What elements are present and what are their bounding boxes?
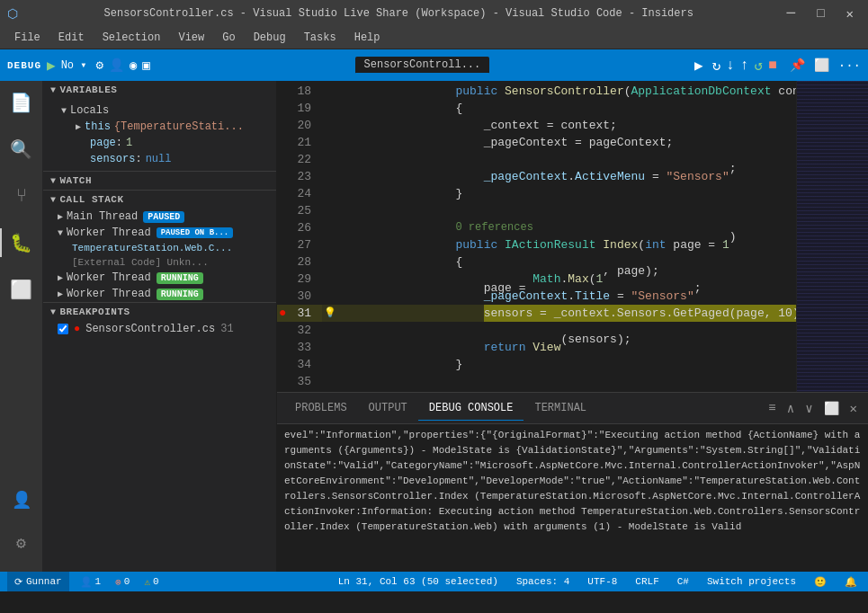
main-thread-arrow: ▶ bbox=[58, 211, 63, 222]
split-editor-icon[interactable]: ⬜ bbox=[814, 58, 829, 73]
debug-stepinto-btn[interactable]: ↓ bbox=[726, 58, 735, 74]
menu-go[interactable]: Go bbox=[215, 30, 242, 46]
worker-thread-3-arrow: ▶ bbox=[58, 289, 63, 299]
tab-debug-console[interactable]: DEBUG CONSOLE bbox=[418, 396, 524, 421]
more-actions-icon[interactable]: ··· bbox=[838, 58, 861, 73]
watch-arrow: ▼ bbox=[50, 176, 57, 186]
worker-thread-1-item[interactable]: ▼ Worker Thread PAUSED ON B... bbox=[43, 225, 276, 241]
menu-file[interactable]: File bbox=[7, 30, 48, 46]
menu-view[interactable]: View bbox=[171, 30, 211, 46]
statusbar-encoding[interactable]: UTF-8 bbox=[584, 576, 621, 587]
page-item[interactable]: page : 1 bbox=[43, 135, 276, 151]
menu-help[interactable]: Help bbox=[347, 30, 388, 46]
line-numbers: 18 19 20 21 22 23 24 25 26 27 28 29 30 ●… bbox=[277, 81, 322, 392]
sensors-value: null bbox=[146, 153, 172, 165]
restore-button[interactable]: □ bbox=[810, 6, 831, 21]
breakpoints-panel: ▼ BREAKPOINTS ● SensorsController.cs 31 bbox=[43, 302, 276, 337]
debug-stepout-btn[interactable]: ↑ bbox=[740, 58, 749, 74]
debug-stop-btn[interactable]: ■ bbox=[768, 58, 777, 74]
scroll-top-icon[interactable]: ∧ bbox=[783, 399, 798, 418]
locals-label: Locals bbox=[70, 104, 109, 117]
breakpoint-file: ● bbox=[74, 323, 80, 335]
worker-thread-2-item[interactable]: ▶ Worker Thread RUNNING bbox=[43, 270, 276, 286]
this-item[interactable]: ▶ this {TemperatureStati... bbox=[43, 119, 276, 135]
activity-search[interactable]: 🔍 bbox=[0, 128, 43, 171]
statusbar-errors[interactable]: ⊗ 0 bbox=[112, 576, 133, 588]
ln-22: 22 bbox=[277, 151, 322, 168]
tab-problems[interactable]: PROBLEMS bbox=[284, 396, 358, 421]
activity-settings[interactable]: ⚙ bbox=[0, 521, 43, 564]
worker-thread-2-arrow: ▶ bbox=[58, 272, 63, 283]
ln-24: 24 bbox=[277, 185, 322, 202]
callstack-header[interactable]: ▼ CALL STACK bbox=[43, 191, 276, 209]
worker-thread-3-item[interactable]: ▶ Worker Thread RUNNING bbox=[43, 286, 276, 302]
breakpoint-item[interactable]: ● SensorsController.cs 31 bbox=[43, 321, 276, 337]
variables-arrow: ▼ bbox=[50, 85, 57, 95]
debug-layout-icon[interactable]: ▣ bbox=[142, 58, 149, 73]
sensors-item[interactable]: sensors : null bbox=[43, 151, 276, 167]
titlebar: ⬡ SensorsController.cs - Visual Studio L… bbox=[0, 0, 868, 27]
statusbar-smiley[interactable]: 🙂 bbox=[810, 576, 830, 588]
debug-breakpoint-dot: ● bbox=[279, 305, 286, 322]
tab-output[interactable]: OUTPUT bbox=[358, 396, 418, 421]
menu-edit[interactable]: Edit bbox=[51, 30, 92, 46]
bulb-icon[interactable]: 💡 bbox=[324, 305, 336, 322]
close-bottom-icon[interactable]: ✕ bbox=[846, 399, 861, 418]
activity-explorer[interactable]: 📄 bbox=[0, 81, 43, 124]
pin-icon[interactable]: 📌 bbox=[790, 58, 805, 73]
statusbar-position[interactable]: Ln 31, Col 63 (50 selected) bbox=[335, 576, 502, 587]
page-value: 1 bbox=[126, 137, 132, 149]
close-button[interactable]: ✕ bbox=[839, 6, 861, 22]
activity-debug[interactable]: 🐛 bbox=[0, 221, 43, 264]
debug-run-icon[interactable]: ▶ bbox=[47, 57, 56, 75]
split-bottom-icon[interactable]: ⬜ bbox=[820, 399, 843, 418]
debug-console-output[interactable]: evel":"Information","properties":{"{Orig… bbox=[277, 424, 868, 572]
debug-file-tab[interactable]: SensorsControll... bbox=[355, 57, 490, 75]
ln-26: 26 bbox=[277, 219, 322, 236]
statusbar-language[interactable]: C# bbox=[674, 576, 693, 587]
tab-terminal[interactable]: TERMINAL bbox=[523, 396, 597, 421]
statusbar-switch-projects[interactable]: Switch projects bbox=[703, 576, 800, 587]
menubar: File Edit Selection View Go Debug Tasks … bbox=[0, 27, 868, 49]
watch-label: WATCH bbox=[60, 175, 93, 186]
activity-extensions[interactable]: ⬜ bbox=[0, 268, 43, 311]
activity-git[interactable]: ⑂ bbox=[0, 174, 43, 218]
code-line-24: } bbox=[322, 185, 796, 202]
debug-broadcast-icon[interactable]: ◉ bbox=[130, 58, 137, 73]
statusbar-line-endings[interactable]: CRLF bbox=[631, 576, 662, 587]
watch-header[interactable]: ▼ WATCH bbox=[43, 172, 276, 190]
scroll-bottom-icon[interactable]: ∨ bbox=[801, 399, 816, 418]
debug-config-label[interactable]: No ▾ bbox=[61, 58, 87, 72]
main-thread-item[interactable]: ▶ Main Thread PAUSED bbox=[43, 209, 276, 225]
statusbar-spaces[interactable]: Spaces: 4 bbox=[513, 576, 573, 587]
statusbar-git[interactable]: ⟳ Gunnar bbox=[7, 572, 69, 591]
code-editor[interactable]: public SensorsController(ApplicationDbCo… bbox=[322, 81, 796, 392]
worker-thread-2-badge: RUNNING bbox=[157, 272, 203, 284]
statusbar-bell[interactable]: 🔔 bbox=[841, 576, 861, 588]
locals-item[interactable]: ▼ Locals bbox=[43, 102, 276, 119]
debug-liveshare-icon[interactable]: 👤 bbox=[109, 58, 124, 73]
ln-23: 23 bbox=[277, 168, 322, 185]
statusbar-liveshare[interactable]: 👤 1 bbox=[76, 576, 105, 588]
this-value: {TemperatureStati... bbox=[114, 120, 244, 133]
statusbar-warnings[interactable]: ⚠ 0 bbox=[140, 576, 162, 588]
stack-frame-1[interactable]: TemperatureStation.Web.C... bbox=[43, 241, 276, 255]
minimize-button[interactable]: ─ bbox=[780, 5, 803, 22]
ln-29: 29 bbox=[277, 271, 322, 288]
debug-config-icon[interactable]: ⚙ bbox=[95, 58, 103, 73]
breakpoint-checkbox[interactable] bbox=[58, 324, 68, 334]
menu-debug[interactable]: Debug bbox=[246, 30, 293, 46]
variables-header[interactable]: ▼ VARIABLES bbox=[43, 81, 276, 99]
statusbar-warnings-count: 0 bbox=[153, 576, 159, 587]
debug-stepover-btn[interactable]: ↻ bbox=[712, 57, 721, 75]
ln-31: ● 31 bbox=[277, 305, 322, 322]
debug-restart-btn[interactable]: ↺ bbox=[755, 57, 764, 75]
breakpoints-header[interactable]: ▼ BREAKPOINTS bbox=[43, 303, 276, 321]
activity-liveshare[interactable]: 👤 bbox=[0, 478, 43, 521]
worker-thread-3-badge: RUNNING bbox=[157, 289, 203, 300]
stack-frame-ext[interactable]: [External Code] Unkn... bbox=[43, 255, 276, 270]
debug-continue-btn[interactable]: ▶ bbox=[694, 57, 703, 75]
menu-selection[interactable]: Selection bbox=[95, 30, 168, 46]
menu-tasks[interactable]: Tasks bbox=[297, 30, 344, 46]
word-wrap-icon[interactable]: ≡ bbox=[765, 399, 779, 418]
